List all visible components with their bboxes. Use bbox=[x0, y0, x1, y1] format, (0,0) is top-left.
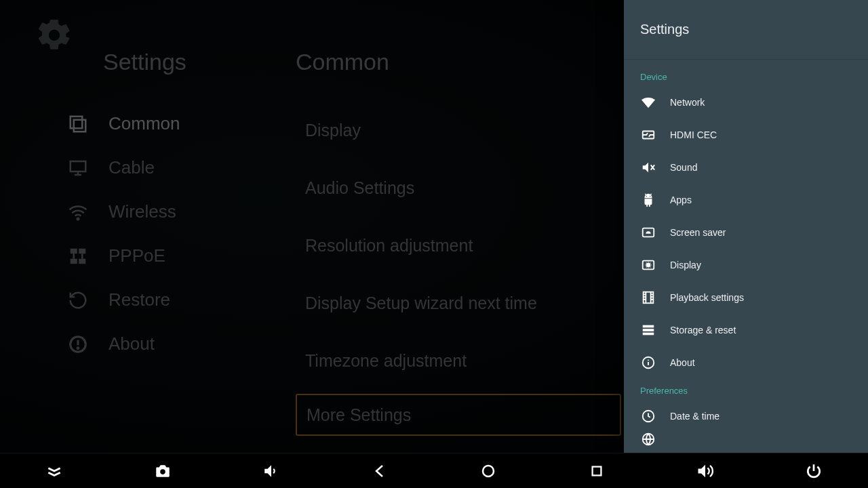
svg-point-11 bbox=[646, 196, 647, 197]
panel-item-label: Date & time bbox=[670, 411, 719, 422]
panel-item-label: Playback settings bbox=[670, 292, 744, 303]
panel-item-label: About bbox=[670, 357, 695, 368]
panel-item-network[interactable]: Network bbox=[624, 86, 868, 119]
panel-title: Settings bbox=[624, 0, 868, 60]
navbar-volume-up-button[interactable] bbox=[689, 455, 722, 487]
panel-item-label: Display bbox=[670, 260, 701, 270]
svg-point-24 bbox=[160, 469, 165, 474]
brightness-icon bbox=[640, 257, 656, 273]
storage-icon bbox=[640, 322, 656, 338]
android-icon bbox=[640, 192, 656, 208]
navbar-expand-button[interactable] bbox=[38, 455, 71, 487]
panel-scroll[interactable]: Device Network HDMI CEC Sound Apps Scree… bbox=[624, 60, 868, 453]
navbar-home-button[interactable] bbox=[472, 455, 505, 487]
hdmi-icon bbox=[640, 127, 656, 143]
panel-item-storage-reset[interactable]: Storage & reset bbox=[624, 314, 868, 346]
panel-item-label: Screen saver bbox=[670, 227, 726, 238]
panel-item-label: Sound bbox=[670, 162, 697, 173]
film-icon bbox=[640, 289, 656, 306]
navbar-power-button[interactable] bbox=[797, 455, 830, 487]
svg-point-15 bbox=[647, 264, 650, 267]
sound-off-icon bbox=[640, 159, 656, 176]
panel-item-screen-saver[interactable]: Screen saver bbox=[624, 216, 868, 249]
svg-rect-17 bbox=[643, 325, 654, 328]
panel-item-date-time[interactable]: Date & time bbox=[624, 400, 868, 432]
settings-panel: Settings Device Network HDMI CEC Sound A… bbox=[624, 0, 868, 453]
panel-item-hdmi-cec[interactable]: HDMI CEC bbox=[624, 119, 868, 151]
svg-point-12 bbox=[650, 196, 650, 197]
wifi-icon bbox=[640, 94, 656, 110]
svg-rect-26 bbox=[593, 466, 601, 475]
panel-item-language[interactable] bbox=[624, 432, 868, 446]
panel-item-label: Network bbox=[670, 97, 705, 108]
system-navbar bbox=[0, 453, 868, 488]
section-label-preferences: Preferences bbox=[624, 379, 868, 400]
navbar-volume-down-button[interactable] bbox=[255, 455, 288, 487]
panel-item-display[interactable]: Display bbox=[624, 249, 868, 281]
section-label-device: Device bbox=[624, 65, 868, 86]
svg-rect-18 bbox=[643, 329, 654, 331]
svg-point-25 bbox=[483, 466, 494, 476]
panel-item-label: Apps bbox=[670, 195, 692, 205]
navbar-back-button[interactable] bbox=[363, 455, 396, 487]
svg-rect-19 bbox=[643, 333, 654, 336]
info-icon bbox=[640, 354, 656, 371]
svg-point-21 bbox=[648, 359, 649, 361]
navbar-screenshot-button[interactable] bbox=[146, 455, 179, 487]
panel-item-playback[interactable]: Playback settings bbox=[624, 281, 868, 314]
clock-icon bbox=[640, 408, 656, 424]
screensaver-icon bbox=[640, 224, 656, 241]
globe-icon bbox=[640, 432, 656, 446]
panel-item-apps[interactable]: Apps bbox=[624, 184, 868, 216]
navbar-recents-button[interactable] bbox=[580, 455, 613, 487]
panel-item-about[interactable]: About bbox=[624, 346, 868, 379]
panel-item-label: HDMI CEC bbox=[670, 129, 717, 140]
panel-item-label: Storage & reset bbox=[670, 325, 736, 336]
panel-item-sound[interactable]: Sound bbox=[624, 151, 868, 184]
